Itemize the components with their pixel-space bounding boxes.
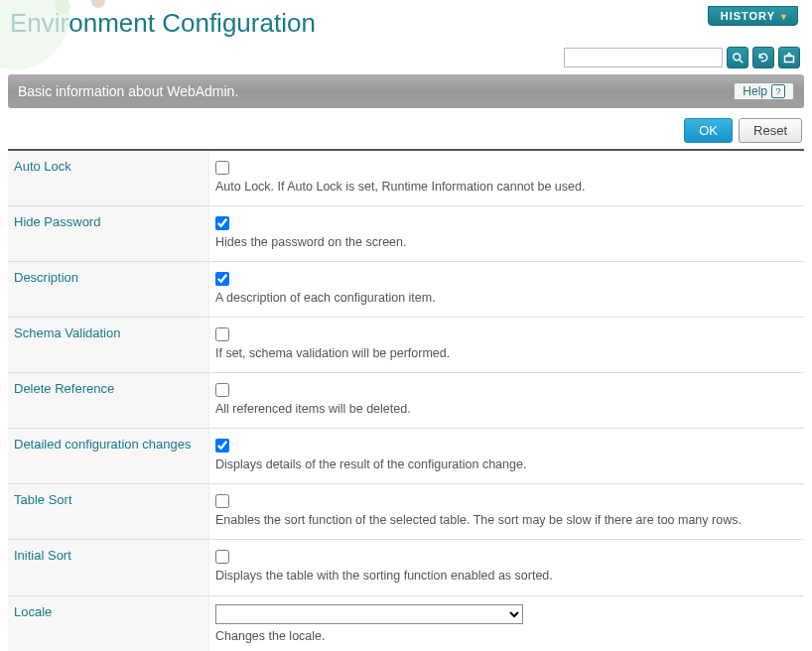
row-value-cell: Changes the locale. [209,595,805,651]
row-value-cell: Enables the sort function of the selecte… [209,484,805,540]
refresh-button[interactable] [752,47,774,68]
svg-point-0 [734,54,741,61]
row-checkbox[interactable] [215,161,229,175]
row-label: Table Sort [8,484,209,540]
row-value-cell: Displays details of the result of the co… [209,429,805,484]
reset-button[interactable]: Reset [739,118,802,143]
svg-line-1 [740,60,743,63]
row-checkbox[interactable] [215,494,229,508]
row-description: Auto Lock. If Auto Lock is set, Runtime … [215,179,798,196]
history-label: HISTORY [721,10,775,22]
row-description: A description of each configuration item… [215,290,798,308]
export-icon [783,52,795,64]
row-value-cell: Displays the table with the sorting func… [209,540,805,595]
row-label: Delete Reference [8,373,209,429]
config-table: Auto LockAuto Lock. If Auto Lock is set,… [8,149,804,651]
row-description: Displays details of the result of the co… [215,456,798,474]
row-label: Locale [8,595,209,651]
banner: Basic information about WebAdmin. Help ? [8,74,804,108]
table-row: Schema ValidationIf set, schema validati… [8,318,804,373]
row-description: All referenced items will be deleted. [215,401,798,419]
table-row: Detailed configuration changesDisplays d… [8,429,804,484]
button-row-top: OK Reset [8,118,802,143]
export-button[interactable] [778,47,800,68]
help-button[interactable]: Help ? [734,82,794,100]
row-checkbox[interactable] [215,272,229,286]
chevron-down-icon: ▾ [781,11,787,22]
locale-select[interactable] [215,604,523,624]
row-description: Enables the sort function of the selecte… [215,512,798,530]
row-label: Description [8,262,209,318]
ok-button[interactable]: OK [684,118,733,143]
row-value-cell: If set, schema validation will be perfor… [209,318,805,373]
table-row: Initial SortDisplays the table with the … [8,540,804,595]
row-checkbox[interactable] [215,439,229,453]
row-label: Detailed configuration changes [8,429,209,484]
row-value-cell: Hides the password on the screen. [209,206,805,262]
row-description: If set, schema validation will be perfor… [215,345,798,363]
table-row: LocaleChanges the locale. [8,595,804,651]
row-description: Displays the table with the sorting func… [215,568,798,586]
row-checkbox[interactable] [215,550,229,564]
page-title: Environment Configuration [10,8,316,39]
history-button[interactable]: HISTORY ▾ [708,6,798,26]
row-value-cell: All referenced items will be deleted. [209,373,805,429]
row-label: Schema Validation [8,318,209,373]
row-value-cell: Auto Lock. If Auto Lock is set, Runtime … [209,150,805,206]
row-description: Hides the password on the screen. [215,234,798,252]
row-checkbox[interactable] [215,327,229,341]
table-row: DescriptionA description of each configu… [8,262,804,318]
row-label: Initial Sort [8,540,209,595]
refresh-icon [757,52,769,64]
row-description: Changes the locale. [215,628,798,646]
search-icon [732,52,744,64]
row-checkbox[interactable] [215,216,229,230]
row-value-cell: A description of each configuration item… [209,262,805,318]
table-row: Delete ReferenceAll referenced items wil… [8,373,804,429]
search-button[interactable] [727,47,748,68]
search-input[interactable] [564,48,723,67]
row-label: Hide Password [8,206,209,262]
table-row: Auto LockAuto Lock. If Auto Lock is set,… [8,150,804,206]
banner-text: Basic information about WebAdmin. [18,83,238,99]
row-checkbox[interactable] [215,383,229,397]
table-row: Hide PasswordHides the password on the s… [8,206,804,262]
svg-rect-2 [785,57,794,63]
row-label: Auto Lock [8,150,209,206]
help-label: Help [743,84,767,98]
help-icon: ? [771,84,785,98]
table-row: Table SortEnables the sort function of t… [8,484,804,540]
